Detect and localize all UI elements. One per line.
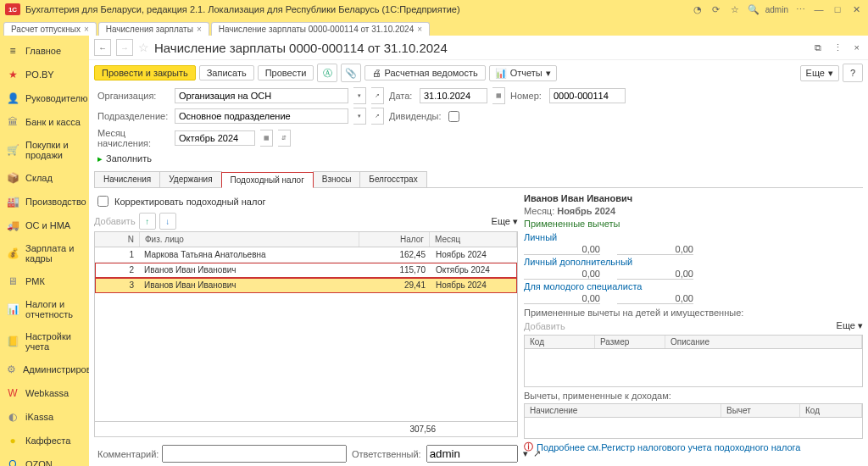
move-down-icon[interactable]: ↓ (159, 213, 176, 230)
close-icon[interactable]: ✕ (849, 3, 863, 16)
dividends-label: Дивиденды: (389, 111, 440, 121)
help-button[interactable]: ? (843, 64, 863, 82)
personal-link[interactable]: Личный (524, 230, 863, 244)
dropdown-icon[interactable]: ▾ (353, 87, 366, 104)
nav-item[interactable]: ●Каффеста (0, 429, 89, 452)
date-input[interactable] (420, 88, 487, 103)
responsible-input[interactable] (426, 445, 518, 463)
nav-item[interactable]: 🛒Покупки и продажи (0, 134, 89, 166)
org-input[interactable] (175, 88, 348, 103)
table-row[interactable]: 2Иванов Иван Иванович115,70Октябрь 2024 (95, 263, 517, 278)
spin-icon[interactable]: ⇵ (278, 130, 291, 147)
search-icon[interactable]: 🔍 (747, 3, 760, 16)
user-label[interactable]: admin (765, 3, 788, 16)
add-row-button[interactable]: Добавить (94, 216, 136, 226)
back-button[interactable]: ← (94, 39, 111, 56)
calendar-icon[interactable]: ▦ (492, 87, 505, 104)
reports-dropdown[interactable]: 📊 Отчеты ▾ (489, 65, 557, 81)
tab-payrolls[interactable]: Начисления зарплаты× (98, 22, 209, 36)
number-label: Номер: (510, 91, 544, 101)
nav-icon[interactable]: ◔ (691, 3, 704, 16)
nav-item[interactable]: ⚙Администрирование (0, 358, 89, 381)
payroll-sheet-button[interactable]: 🖨 Расчетная ведомость (364, 65, 485, 80)
income-deduction-grid[interactable]: Начисление Вычет Код (524, 403, 863, 439)
person-name: Иванов Иван Иванович (524, 191, 863, 205)
table-row[interactable]: 3Иванов Иван Иванович29,41Ноябрь 2024 (95, 278, 517, 293)
detach-icon[interactable]: ⧉ (811, 42, 825, 53)
nav-item[interactable]: 🚚ОС и НМА (0, 214, 89, 237)
bottom-bar: Комментарий: Ответственный: ▾ ↗ (89, 441, 868, 466)
dropdown-icon[interactable]: ▾ (523, 448, 528, 459)
nav-item[interactable]: 🏭Производство (0, 190, 89, 214)
tab-close-icon[interactable]: × (197, 25, 202, 34)
move-up-icon[interactable]: ↑ (139, 213, 156, 230)
history-icon[interactable]: ⟳ (709, 3, 723, 16)
write-button[interactable]: Записать (199, 65, 254, 80)
children-deduction-grid[interactable]: Код Размер Описание (524, 335, 863, 387)
col-person[interactable]: Физ. лицо (140, 232, 359, 247)
minimize-icon[interactable]: — (812, 3, 826, 16)
tab-current-doc[interactable]: Начисление зарплаты 0000-000114 от 31.10… (211, 22, 430, 36)
responsible-label: Ответственный: (352, 449, 421, 459)
add-deduction-button[interactable]: Добавить (524, 321, 565, 331)
fill-button[interactable]: ▸Заполнить (97, 153, 152, 164)
nav-item[interactable]: 💰Зарплата и кадры (0, 237, 89, 269)
favorite-icon[interactable]: ☆ (138, 41, 149, 54)
attach-icon[interactable]: 📎 (341, 64, 361, 82)
forward-button[interactable]: → (116, 39, 133, 56)
correct-tax-checkbox[interactable] (97, 196, 108, 207)
personal-add-link[interactable]: Личный дополнительный (524, 255, 863, 269)
subtab-accruals[interactable]: Начисления (94, 171, 160, 187)
comment-input[interactable] (162, 445, 347, 463)
col-month[interactable]: Месяц (430, 232, 517, 247)
document-header: ← → ☆ Начисление зарплаты 0000-000114 от… (89, 36, 868, 60)
grid-more-dropdown[interactable]: Еще ▾ (492, 216, 518, 227)
post-button[interactable]: Провести (258, 65, 314, 80)
calendar-icon[interactable]: ▦ (260, 130, 273, 147)
dept-input[interactable] (175, 108, 348, 124)
number-input[interactable] (549, 88, 626, 103)
document-content: ← → ☆ Начисление зарплаты 0000-000114 от… (89, 36, 868, 466)
settings-icon[interactable]: ⋯ (793, 3, 807, 16)
fav-icon[interactable]: ☆ (728, 3, 742, 16)
nav-item[interactable]: OOZON (0, 452, 89, 466)
document-toolbar: Провести и закрыть Записать Провести Ⓐ 📎… (89, 60, 868, 86)
open-icon[interactable]: ↗ (371, 108, 384, 125)
nav-item[interactable]: 👤Руководителю (0, 86, 89, 110)
nav-item[interactable]: ★PO.BY (0, 63, 89, 86)
subtab-belgosstrakh[interactable]: Белгосстрах (359, 171, 426, 187)
subtab-deductions[interactable]: Удержания (159, 171, 221, 187)
open-icon[interactable]: ↗ (533, 448, 541, 459)
young-specialist-link[interactable]: Для молодого специалиста (524, 280, 863, 293)
document-title: Начисление зарплаты 0000-000114 от 31.10… (154, 41, 448, 55)
nav-sidebar: ≡Главное★PO.BY👤Руководителю🏛Банк и касса… (0, 36, 89, 466)
nav-item[interactable]: 📒Настройки учета (0, 325, 89, 358)
nav-item[interactable]: 📊Налоги и отчетность (0, 293, 89, 325)
table-row[interactable]: 1Маркова Татьяна Анатольевна162,45Ноябрь… (95, 247, 517, 263)
deduction-more-dropdown[interactable]: Еще ▾ (837, 320, 863, 331)
col-tax[interactable]: Налог (359, 232, 430, 247)
dropdown-icon[interactable]: ▾ (353, 108, 366, 125)
details-pane: Иванов Иван Иванович Месяц: Ноябрь 2024 … (524, 191, 863, 437)
tab-close-icon[interactable]: × (417, 25, 422, 34)
dividends-checkbox[interactable] (448, 111, 459, 122)
nav-item[interactable]: 🏛Банк и касса (0, 110, 89, 134)
subtab-contributions[interactable]: Взносы (313, 171, 361, 187)
dk-icon[interactable]: Ⓐ (317, 64, 337, 82)
subtab-income-tax[interactable]: Подоходный налог (221, 172, 314, 188)
month-input[interactable] (175, 130, 255, 146)
nav-item[interactable]: 📦Склад (0, 166, 89, 190)
nav-item[interactable]: 🖥РМК (0, 269, 89, 293)
more-dropdown[interactable]: Еще ▾ (800, 65, 839, 81)
post-close-button[interactable]: Провести и закрыть (94, 65, 196, 80)
col-number[interactable]: N (95, 232, 140, 247)
open-icon[interactable]: ↗ (371, 87, 384, 104)
menu-icon[interactable]: ⋮ (830, 42, 846, 53)
tab-close-icon[interactable]: × (84, 25, 89, 34)
maximize-icon[interactable]: □ (831, 3, 844, 16)
nav-item[interactable]: WWebkassa (0, 381, 89, 405)
nav-item[interactable]: ◐iKassa (0, 405, 89, 429)
close-doc-icon[interactable]: × (851, 42, 863, 53)
nav-item[interactable]: ≡Главное (0, 39, 89, 63)
tab-vacation[interactable]: Расчет отпускных× (3, 22, 97, 36)
